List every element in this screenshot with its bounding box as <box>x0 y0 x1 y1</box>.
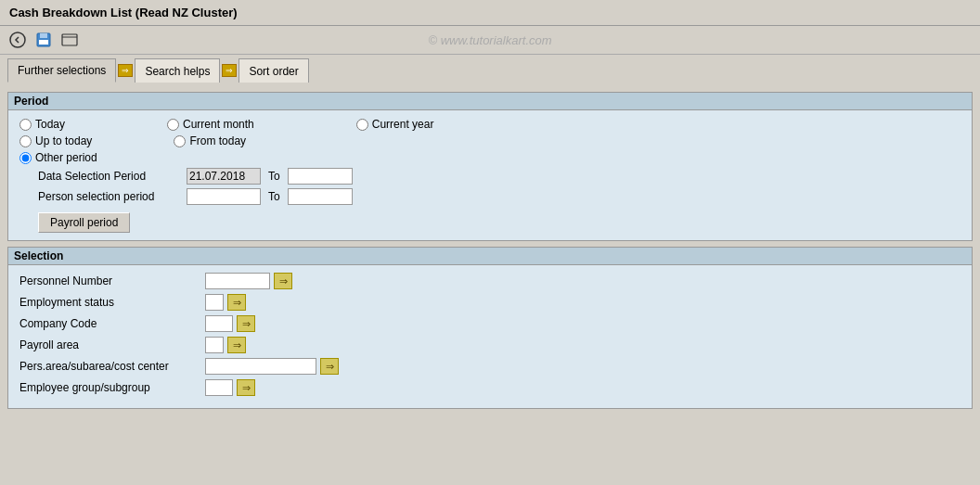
selection-row: Employee group/subgroup <box>19 379 961 396</box>
selection-arrow-btn-4[interactable] <box>320 358 339 375</box>
selection-field-input-1[interactable] <box>205 294 224 311</box>
tab-arrow-1: ⇒ <box>118 64 133 77</box>
selection-row: Personnel Number <box>19 273 961 289</box>
data-selection-to-label: To <box>268 170 280 183</box>
svg-rect-4 <box>62 34 77 45</box>
svg-point-0 <box>10 32 25 47</box>
selection-field-input-4[interactable] <box>205 358 316 375</box>
person-selection-to-label: To <box>268 190 280 203</box>
data-selection-period-to[interactable] <box>288 168 353 185</box>
person-selection-period-row: Person selection period To <box>38 188 961 205</box>
radio-up-to-today[interactable]: Up to today <box>19 134 92 147</box>
selection-field-label-3: Payroll area <box>19 338 205 351</box>
selection-section: Selection Personnel NumberEmployment sta… <box>7 247 973 409</box>
svg-rect-3 <box>39 40 48 45</box>
local-layout-icon[interactable] <box>59 30 80 50</box>
selection-field-input-3[interactable] <box>205 337 224 353</box>
selection-section-header: Selection <box>8 248 972 265</box>
selection-field-label-4: Pers.area/subarea/cost center <box>19 360 205 373</box>
tab-further-selections[interactable]: Further selections <box>7 58 116 83</box>
selection-field-label-2: Company Code <box>19 317 205 330</box>
tab-bar: Further selections ⇒ Search helps ⇒ Sort… <box>0 55 980 86</box>
main-content: Period Today Current month Current year … <box>0 86 980 420</box>
selection-field-label-1: Employment status <box>19 296 205 309</box>
watermark: © www.tutorialkart.com <box>428 33 551 47</box>
person-selection-period-from[interactable] <box>187 188 261 205</box>
selection-row: Payroll area <box>19 337 961 353</box>
period-section-body: Today Current month Current year Up to t… <box>8 110 972 240</box>
payroll-period-button[interactable]: Payroll period <box>38 212 130 233</box>
selection-arrow-btn-0[interactable] <box>274 273 292 289</box>
selection-field-input-5[interactable] <box>205 379 233 396</box>
selection-row: Pers.area/subarea/cost center <box>19 358 961 375</box>
save-icon[interactable] <box>33 30 54 50</box>
app-title: Cash Breakdown List (Read NZ Cluster) <box>9 6 238 19</box>
radio-current-year[interactable]: Current year <box>356 118 434 131</box>
selection-arrow-btn-1[interactable] <box>227 294 246 311</box>
selection-field-label-0: Personnel Number <box>19 274 205 287</box>
tab-sort-order[interactable]: Sort order <box>239 58 308 83</box>
selection-arrow-btn-2[interactable] <box>237 315 255 332</box>
tab-search-helps[interactable]: Search helps <box>135 58 220 83</box>
selection-arrow-btn-5[interactable] <box>237 379 255 396</box>
selection-section-body: Personnel NumberEmployment statusCompany… <box>8 265 972 408</box>
period-section: Period Today Current month Current year … <box>7 92 973 241</box>
radio-other-period[interactable]: Other period <box>19 151 97 164</box>
person-selection-period-to[interactable] <box>288 188 353 205</box>
selection-field-input-2[interactable] <box>205 315 233 332</box>
period-row-2: Up to today From today <box>19 134 961 147</box>
selection-field-input-0[interactable] <box>205 273 270 289</box>
selection-arrow-btn-3[interactable] <box>227 337 246 353</box>
svg-rect-2 <box>40 33 47 38</box>
period-row-3: Other period <box>19 151 961 164</box>
period-section-header: Period <box>8 93 972 110</box>
tab-arrow-2: ⇒ <box>222 64 237 77</box>
data-selection-period-label: Data Selection Period <box>38 170 187 183</box>
data-selection-period-row: Data Selection Period To <box>38 168 961 185</box>
toolbar: © www.tutorialkart.com <box>0 26 980 55</box>
data-selection-period-from[interactable] <box>187 168 261 185</box>
back-icon[interactable] <box>7 30 28 50</box>
radio-from-today[interactable]: From today <box>174 134 246 147</box>
person-selection-period-label: Person selection period <box>38 190 187 203</box>
selection-field-label-5: Employee group/subgroup <box>19 381 205 394</box>
selection-row: Company Code <box>19 315 961 332</box>
period-row-1: Today Current month Current year <box>19 118 961 131</box>
radio-today[interactable]: Today <box>19 118 65 131</box>
selection-row: Employment status <box>19 294 961 311</box>
radio-current-month[interactable]: Current month <box>167 118 254 131</box>
title-bar: Cash Breakdown List (Read NZ Cluster) <box>0 0 980 26</box>
